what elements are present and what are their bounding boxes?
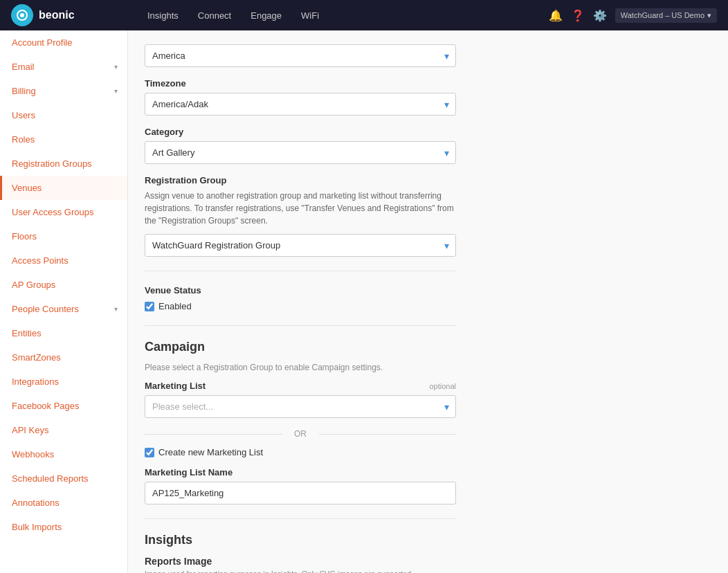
registration-group-select[interactable]: WatchGuard Registration Group [145,234,456,257]
sidebar-label-annotations: Annotations [12,498,60,508]
sidebar-item-billing[interactable]: Billing ▾ [0,79,127,103]
sidebar-item-email[interactable]: Email ▾ [0,55,127,79]
bell-icon[interactable]: 🔔 [549,9,563,22]
registration-group-title: Registration Group [145,175,711,185]
chevron-down-icon: ▾ [114,63,118,71]
nav-connect[interactable]: Connect [198,10,231,21]
sidebar-label-api-keys: API Keys [12,425,48,435]
sidebar-item-facebook-pages[interactable]: Facebook Pages [0,394,127,418]
nav-links: Insights Connect Engage WiFi [139,10,549,21]
sidebar-item-ap-groups[interactable]: AP Groups [0,273,127,297]
sidebar-label-floors: Floors [12,231,37,242]
sidebar-label-account-profile: Account Profile [12,37,72,48]
sidebar-label-scheduled-reports: Scheduled Reports [12,473,89,484]
marketing-list-select-wrapper: Please select... ▾ [145,395,456,418]
category-group: Category Art Gallery Retail Restaurant O… [145,127,711,164]
timezone-label: Timezone [145,78,711,89]
sidebar-item-scheduled-reports[interactable]: Scheduled Reports [0,466,127,491]
nav-wifi[interactable]: WiFi [301,10,319,21]
or-divider: OR [145,429,456,439]
sidebar-item-smartzones[interactable]: SmartZones [0,345,127,370]
logo-icon [11,4,33,26]
sidebar-item-annotations[interactable]: Annotations [0,491,127,515]
chevron-down-icon: ▾ [114,305,118,313]
account-dropdown[interactable]: WatchGuard – US Demo ▾ [615,8,717,23]
venue-status-checkbox[interactable] [145,302,154,311]
sidebar-label-ap-groups: AP Groups [12,280,55,290]
category-select-wrapper: Art Gallery Retail Restaurant Office ▾ [145,141,456,164]
create-marketing-list-label: Create new Marketing List [158,447,263,457]
create-marketing-list-checkbox[interactable] [145,448,154,457]
country-select[interactable]: America Australia Canada United Kingdom [145,44,456,67]
sidebar-item-users[interactable]: Users [0,103,127,127]
registration-group-description: Assign venue to another registration gro… [145,190,456,227]
settings-icon[interactable]: ⚙️ [593,9,607,22]
account-label: WatchGuard – US Demo [621,11,704,19]
marketing-list-group: Marketing List optional Please select...… [145,381,711,418]
insights-title: Insights [145,533,711,547]
svg-point-1 [20,13,24,17]
content-area: America Australia Canada United Kingdom … [128,30,728,573]
divider-2 [145,325,456,326]
sidebar-item-registration-groups[interactable]: Registration Groups [0,152,127,176]
marketing-list-name-label: Marketing List Name [145,467,711,478]
venue-status-enabled-label: Enabled [158,301,192,311]
venue-status-group: Venue Status Enabled [145,285,711,311]
sidebar-item-account-profile[interactable]: Account Profile [0,30,127,55]
campaign-section: Campaign Please select a Registration Gr… [145,340,711,504]
campaign-title: Campaign [145,340,711,354]
help-icon[interactable]: ❓ [571,9,585,22]
category-select[interactable]: Art Gallery Retail Restaurant Office [145,141,456,164]
sidebar-label-user-access-groups: User Access Groups [12,207,94,217]
logo-area: beonic [11,4,139,26]
country-select-wrapper: America Australia Canada United Kingdom … [145,44,456,67]
sidebar-item-roles[interactable]: Roles [0,127,127,152]
category-label: Category [145,127,711,137]
sidebar-item-webhooks[interactable]: Webhooks [0,442,127,466]
sidebar-label-people-counters: People Counters [12,304,79,314]
sidebar-item-user-access-groups[interactable]: User Access Groups [0,200,127,224]
sidebar-item-floors[interactable]: Floors [0,224,127,248]
marketing-list-select[interactable]: Please select... [145,395,456,418]
sidebar-item-people-counters[interactable]: People Counters ▾ [0,297,127,321]
registration-group-section: Registration Group Assign venue to anoth… [145,175,711,257]
sidebar-label-registration-groups: Registration Groups [12,158,92,169]
logo-text: beonic [39,9,75,21]
main-layout: Account Profile Email ▾ Billing ▾ Users … [0,30,728,573]
sidebar-label-users: Users [12,110,35,120]
sidebar-label-access-points: Access Points [12,255,69,266]
sidebar-item-integrations[interactable]: Integrations [0,370,127,394]
sidebar-label-smartzones: SmartZones [12,352,61,363]
marketing-list-header-row: Marketing List optional [145,381,456,391]
nav-insights[interactable]: Insights [147,10,179,21]
marketing-list-label: Marketing List [145,381,206,391]
timezone-select[interactable]: America/Adak America/Chicago America/New… [145,93,456,116]
nav-right: 🔔 ❓ ⚙️ WatchGuard – US Demo ▾ [549,8,717,23]
insights-section: Insights Reports Image Image used for re… [145,533,711,573]
divider-3 [145,518,456,519]
sidebar-label-webhooks: Webhooks [12,449,54,460]
sidebar-label-email: Email [12,62,35,72]
timezone-group: Timezone America/Adak America/Chicago Am… [145,78,711,116]
sidebar-label-bulk-imports: Bulk Imports [12,522,62,532]
registration-group-select-wrapper: WatchGuard Registration Group ▾ [145,234,456,257]
marketing-list-name-input[interactable] [145,482,456,504]
sidebar-label-roles: Roles [12,134,35,145]
sidebar-item-bulk-imports[interactable]: Bulk Imports [0,515,127,539]
nav-engage[interactable]: Engage [251,10,282,21]
sidebar-item-entities[interactable]: Entities [0,321,127,345]
campaign-note: Please select a Registration Group to en… [145,363,711,372]
sidebar-item-venues[interactable]: Venues [0,176,127,200]
account-chevron-icon: ▾ [707,11,711,20]
sidebar-label-entities: Entities [12,328,42,338]
country-group: America Australia Canada United Kingdom … [145,44,711,67]
venue-status-checkbox-row: Enabled [145,301,711,311]
sidebar-item-api-keys[interactable]: API Keys [0,418,127,442]
venue-status-label: Venue Status [145,285,711,295]
sidebar-label-integrations: Integrations [12,376,59,387]
reports-image-title: Reports Image [145,556,711,567]
reports-image-group: Reports Image Image used for reporting p… [145,556,711,573]
marketing-list-name-group: Marketing List Name [145,467,711,504]
sidebar-item-access-points[interactable]: Access Points [0,248,127,273]
sidebar-label-billing: Billing [12,86,36,96]
